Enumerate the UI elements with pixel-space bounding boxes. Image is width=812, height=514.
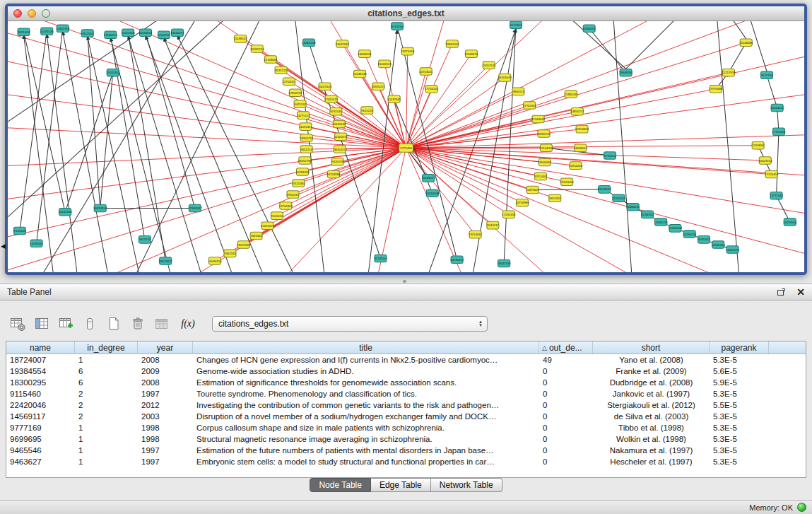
graph-node[interactable]: 15480231	[626, 203, 640, 211]
graph-node[interactable]: 9453120	[139, 236, 151, 244]
minimize-window-button[interactable]	[28, 9, 36, 18]
graph-node[interactable]: 6793120	[604, 152, 616, 160]
graph-node[interactable]: 7625341	[250, 232, 262, 240]
new-table-button[interactable]	[105, 315, 123, 333]
function-builder-button[interactable]: f(x)	[177, 315, 199, 333]
graph-node[interactable]: 16874209	[93, 204, 107, 212]
graph-node[interactable]: 17540213	[104, 31, 118, 39]
panel-splitter-handle[interactable]	[403, 280, 406, 283]
graph-node[interactable]: 14985722	[537, 130, 551, 138]
graph-node[interactable]: 13540217	[171, 29, 185, 37]
graph-node[interactable]: 15184575	[422, 175, 436, 182]
graph-node[interactable]: 9215403	[534, 173, 546, 180]
float-panel-button[interactable]	[777, 287, 787, 297]
column-header-pagerank[interactable]: pagerank	[710, 341, 769, 354]
table-row[interactable]: 946554611997Estimation of the future num…	[6, 445, 806, 456]
graph-node[interactable]: 9540231	[158, 31, 170, 39]
graph-node[interactable]: 17754120	[425, 86, 439, 93]
graph-node[interactable]: 19861903	[445, 40, 459, 48]
graph-node[interactable]: 17254402	[279, 202, 293, 210]
select-columns-button[interactable]	[33, 315, 51, 333]
graph-node[interactable]: 16648102	[574, 144, 588, 152]
graph-node[interactable]: 12046210	[464, 50, 478, 58]
delete-table-button[interactable]	[129, 315, 147, 333]
column-header-year[interactable]: year	[138, 341, 193, 354]
create-column-button[interactable]	[57, 315, 75, 333]
graph-node[interactable]: 19648784	[619, 69, 633, 76]
graph-node[interactable]: 15493227	[261, 222, 275, 230]
graph-node[interactable]: 9231544	[392, 23, 404, 30]
graph-node[interactable]: 9840113	[512, 88, 524, 95]
graph-node[interactable]: 11045233	[726, 246, 739, 254]
graph-node[interactable]: 18301257	[300, 134, 314, 142]
graph-node[interactable]: 17045213	[654, 218, 669, 226]
graph-node[interactable]: 18123054	[560, 178, 575, 186]
graph-node[interactable]: 1595834	[752, 141, 764, 149]
graph-node[interactable]: 9312540	[81, 30, 93, 37]
graph-node[interactable]: 9342185	[224, 250, 236, 257]
graph-node[interactable]: 9475132	[294, 100, 306, 108]
graph-node[interactable]: 16846910	[358, 50, 372, 58]
graph-node[interactable]: 16034210	[208, 257, 222, 265]
window-titlebar[interactable]: citations_edges.txt	[8, 6, 804, 21]
graph-node[interactable]: 19973410	[401, 47, 415, 55]
graph-node[interactable]: 13542160	[712, 241, 726, 249]
graph-node[interactable]: 14275122	[297, 112, 311, 119]
graph-node[interactable]: 9540217	[487, 221, 499, 229]
close-window-button[interactable]	[13, 9, 22, 18]
graph-node[interactable]: 20531442	[106, 69, 120, 76]
graph-node[interactable]: 5572301	[510, 21, 522, 29]
graph-node[interactable]: 15188132	[234, 35, 248, 43]
graph-node[interactable]: 17485033	[564, 90, 578, 98]
column-header-out_degree[interactable]: △out_de...	[539, 341, 593, 354]
network-view[interactable]: 1518813216581234221480638531221127540211…	[8, 21, 804, 272]
graph-node[interactable]: 11322075	[334, 133, 348, 141]
table-options-button[interactable]	[8, 315, 27, 333]
graph-node[interactable]: 9272744	[761, 71, 773, 79]
graph-node[interactable]: 17120453	[765, 170, 779, 178]
graph-node[interactable]: 16542103	[498, 259, 512, 267]
graph-node[interactable]: 16230154	[683, 230, 697, 238]
import-table-button[interactable]	[153, 315, 171, 333]
graph-node[interactable]: 14753021	[419, 68, 433, 76]
graph-node[interactable]: 17852291	[288, 89, 302, 97]
graph-node[interactable]: 17702341	[523, 102, 537, 110]
table-row[interactable]: 1938455462009Genome-wide association stu…	[6, 366, 806, 377]
graph-node[interactable]: 17710324	[772, 128, 786, 136]
graph-node[interactable]: 19143943	[598, 186, 612, 194]
column-header-in_degree[interactable]: in_degree	[75, 341, 138, 354]
graph-node[interactable]: 21061523	[378, 60, 392, 68]
graph-node[interactable]: 8952231	[287, 191, 299, 199]
graph-node[interactable]: 12354806	[575, 125, 589, 133]
graph-node[interactable]: 9124504	[375, 255, 387, 262]
graph-node[interactable]: 12340587	[188, 204, 202, 212]
graph-node[interactable]: 19793483	[709, 86, 723, 93]
graph-node[interactable]: 12217933	[722, 69, 736, 76]
graph-node[interactable]: 16461218	[302, 39, 316, 47]
graph-node[interactable]: 9231540	[330, 108, 342, 116]
graph-node[interactable]: 12548140	[353, 70, 367, 78]
graph-node[interactable]: 13254061	[469, 230, 483, 238]
graph-node[interactable]: 11095421	[299, 123, 312, 131]
delete-column-button[interactable]	[81, 315, 99, 333]
graph-node[interactable]: 9245042	[698, 236, 710, 244]
graph-node[interactable]: 18023415	[159, 257, 173, 265]
table-row[interactable]: 1830029562008Estimation of significance …	[6, 377, 806, 388]
graph-node[interactable]: 10754980	[515, 199, 529, 206]
graph-node[interactable]: 13771045	[770, 192, 784, 199]
graph-node[interactable]: 16101643	[498, 74, 512, 82]
graph-node[interactable]: 10234506	[783, 218, 797, 226]
graph-node[interactable]: 15402318	[56, 25, 70, 33]
tab-node-table[interactable]: Node Table	[310, 478, 371, 492]
graph-node[interactable]: 10542130	[59, 209, 73, 216]
graph-node[interactable]: 12104096	[539, 144, 553, 152]
graph-node[interactable]: 18223945	[237, 241, 251, 249]
table-row[interactable]: 1872400712008Changes of HCN gene express…	[6, 354, 806, 366]
graph-node[interactable]: 10023145	[318, 83, 332, 90]
graph-node[interactable]: 12754021	[282, 78, 296, 86]
graph-node[interactable]: 10423154	[758, 157, 772, 165]
graph-node[interactable]: 8531221	[275, 66, 287, 74]
column-header-short[interactable]: short	[593, 341, 710, 354]
graph-node[interactable]: 9451320	[549, 194, 561, 202]
graph-node[interactable]: 11548088	[739, 39, 753, 47]
